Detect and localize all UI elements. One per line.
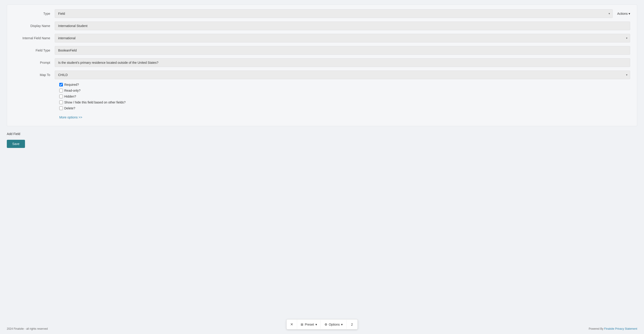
display-name-row: Display Name [14,21,630,30]
prompt-row: Prompt [14,58,630,67]
toolbar-close-button[interactable]: ✕ [286,320,297,329]
required-checkbox[interactable] [59,83,63,86]
preset-icon: ⊞ [301,323,304,326]
toolbar-page-number: 2 [346,320,358,329]
field-type-label: Field Type [14,48,55,52]
main-content: Type Field ▾ Actions ▾ Display Name [0,0,644,324]
delete-checkbox[interactable] [59,106,63,110]
save-button[interactable]: Save [7,140,25,148]
spacer [7,148,637,162]
preset-label: Preset [305,323,314,326]
show-hide-checkbox[interactable] [59,100,63,104]
required-label: Required? [64,83,79,86]
actions-button[interactable]: Actions ▾ [617,12,630,15]
toolbar-preset-button[interactable]: ⊞ Preset ▾ [297,320,321,329]
map-to-wrapper: CHILD ▾ [55,70,630,79]
page-wrapper: Type Field ▾ Actions ▾ Display Name [0,0,644,334]
powered-by-text: Powered By [589,327,604,330]
type-select[interactable]: Field [55,9,613,18]
options-gear-icon: ⚙ [324,323,328,326]
internal-field-name-label: Internal Field Name [14,36,55,40]
field-type-row: Field Type [14,46,630,55]
options-chevron-icon: ▾ [341,323,343,326]
preset-chevron-icon: ▾ [316,323,317,326]
readonly-checkbox-item: Read-only? [59,89,630,92]
checkboxes-wrapper: Required? Read-only? Hidden? Show / hide… [59,83,630,110]
actions-chevron-icon: ▾ [628,12,630,15]
map-to-select[interactable]: CHILD [55,70,630,79]
show-hide-label: Show / hide this field based on other fi… [64,100,126,104]
more-options-link[interactable]: More options >> [59,115,82,119]
readonly-label: Read-only? [64,89,80,92]
add-field-button[interactable]: Add Field [7,131,20,137]
hidden-checkbox-item: Hidden? [59,95,630,98]
internal-field-name-row: Internal Field Name international ▾ [14,34,630,42]
display-name-input[interactable] [55,21,630,30]
toolbar-options-button[interactable]: ⚙ Options ▾ [321,320,346,329]
options-label: Options [329,323,340,326]
actions-label: Actions [617,12,628,15]
hidden-label: Hidden? [64,95,76,98]
finalsite-link[interactable]: Finalsite [604,327,614,330]
readonly-checkbox[interactable] [59,89,63,92]
display-name-label: Display Name [14,24,55,28]
copyright-text: 2024 Finalsite - all rights reserved [7,327,48,330]
type-label: Type [14,12,55,15]
footer-right: Powered By Finalsite Privacy Statement [589,327,637,330]
privacy-link[interactable]: Privacy Statement [615,327,637,330]
internal-field-name-select[interactable]: international [55,34,630,42]
map-to-label: Map To [14,73,55,77]
internal-field-name-wrapper: international ▾ [55,34,630,42]
prompt-label: Prompt [14,61,55,64]
hidden-checkbox[interactable] [59,95,63,98]
delete-checkbox-item: Delete? [59,106,630,110]
map-to-row: Map To CHILD ▾ [14,70,630,79]
type-select-wrapper: Field ▾ [55,9,613,18]
delete-label: Delete? [64,106,75,110]
prompt-input[interactable] [55,58,630,67]
required-checkbox-item: Required? [59,83,630,86]
bottom-toolbar: ✕ ⊞ Preset ▾ ⚙ Options ▾ 2 [286,319,358,330]
show-hide-checkbox-item: Show / hide this field based on other fi… [59,100,630,104]
field-type-input[interactable] [55,46,630,55]
type-row: Type Field ▾ Actions ▾ [14,9,630,18]
form-container: Type Field ▾ Actions ▾ Display Name [7,4,637,126]
